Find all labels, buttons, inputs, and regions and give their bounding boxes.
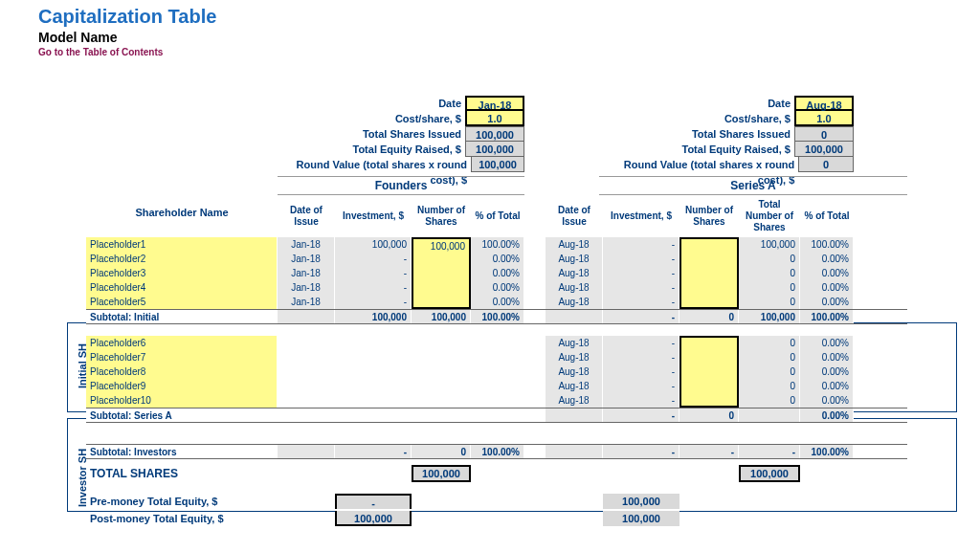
cell-shares[interactable]	[412, 266, 471, 280]
cell-date: Aug-18	[546, 393, 603, 408]
shareholder-name[interactable]: Placeholder10	[86, 393, 278, 408]
shareholder-name[interactable]: Placeholder6	[86, 336, 278, 350]
table-row: Placeholder1Jan-18100,000100,000100.00%A…	[86, 237, 907, 252]
label-tsi-a: Total Shares Issued	[692, 126, 794, 142]
sub-init-pct-f: 100.00%	[471, 310, 524, 323]
hdr-tot-a: Total Number of Shares	[739, 195, 800, 237]
cell-shares[interactable]	[679, 295, 739, 309]
cell-shares[interactable]	[412, 280, 471, 295]
sub-inv-inv-a: -	[603, 445, 679, 458]
model-name: Model Name	[38, 30, 961, 45]
hdr-date-f: Date of Issue	[278, 195, 335, 237]
page-title: Capitalization Table	[38, 6, 961, 28]
cell-shares[interactable]	[679, 350, 739, 364]
sub-init-inv-a: -	[603, 310, 679, 323]
sub-init-num-a: 0	[679, 310, 739, 323]
cell-date: Aug-18	[546, 252, 603, 266]
cell-date: Jan-18	[278, 280, 335, 295]
cell-investment: -	[335, 295, 412, 309]
shareholder-name[interactable]: Placeholder3	[86, 266, 278, 280]
founders-date[interactable]: Jan-18	[465, 96, 524, 111]
cell-shares[interactable]: 100,000	[412, 237, 471, 252]
hdr-shareholder: Shareholder Name	[86, 195, 278, 230]
cell-shares[interactable]	[679, 336, 739, 350]
post-money-f: 100,000	[335, 511, 412, 526]
cell-total-shares: 100,000	[739, 237, 800, 252]
cell-pct: 0.00%	[800, 280, 854, 295]
cell-shares[interactable]	[679, 379, 739, 393]
cell-pct: 0.00%	[800, 393, 854, 408]
shareholder-name[interactable]: Placeholder1	[86, 237, 278, 252]
shareholder-name[interactable]: Placeholder7	[86, 350, 278, 364]
shareholder-name[interactable]: Placeholder9	[86, 379, 278, 393]
cell-pct: 0.00%	[471, 280, 524, 295]
sub-inv-pct-f: 100.00%	[471, 445, 524, 458]
cell-investment: -	[603, 336, 679, 350]
cell-shares[interactable]	[412, 252, 471, 266]
shareholder-name[interactable]: Placeholder4	[86, 280, 278, 295]
cell-total-shares: 0	[739, 350, 800, 364]
pre-money-label: Pre-money Total Equity, $	[86, 494, 278, 509]
cell-date: Jan-18	[278, 252, 335, 266]
seriesa-equity-raised: 100,000	[794, 142, 854, 157]
label-date: Date	[438, 96, 465, 111]
cell-investment: -	[603, 379, 679, 393]
cell-shares[interactable]	[679, 364, 739, 379]
cell-date: Jan-18	[278, 237, 335, 252]
cell-date: Aug-18	[546, 350, 603, 364]
cell-investment: -	[603, 266, 679, 280]
sub-sa-pct: 0.00%	[800, 408, 854, 422]
cell-shares[interactable]	[412, 295, 471, 309]
cell-investment: -	[335, 280, 412, 295]
sub-inv-num-f: 0	[412, 445, 471, 458]
cell-pct: 0.00%	[471, 295, 524, 309]
cell-total-shares: 0	[739, 336, 800, 350]
subtotal-seriesa-label: Subtotal: Series A	[86, 408, 278, 422]
cell-shares[interactable]	[679, 393, 739, 408]
cell-investment: 100,000	[335, 237, 412, 252]
shareholder-name[interactable]: Placeholder2	[86, 252, 278, 266]
cell-total-shares: 0	[739, 379, 800, 393]
label-cost-a: Cost/share, $	[724, 111, 794, 126]
cell-date: Jan-18	[278, 295, 335, 309]
sub-sa-num: 0	[679, 408, 739, 422]
hdr-inv-f: Investment, $	[335, 195, 412, 237]
cell-date: Aug-18	[546, 237, 603, 252]
table-row: Placeholder7Aug-18-00.00%	[86, 350, 907, 364]
cell-pct: 0.00%	[800, 266, 854, 280]
cell-investment: -	[603, 237, 679, 252]
cell-total-shares: 0	[739, 295, 800, 309]
hdr-num-f: Number of Shares	[412, 195, 471, 237]
seriesa-shares-issued: 0	[794, 126, 854, 142]
cell-date: Aug-18	[546, 266, 603, 280]
founders-cost[interactable]: 1.0	[465, 111, 524, 126]
cell-date: Aug-18	[546, 364, 603, 379]
shareholder-name[interactable]: Placeholder8	[86, 364, 278, 379]
cell-pct: 0.00%	[800, 379, 854, 393]
subtotal-investors-label: Subtotal: Investors	[86, 445, 278, 458]
founders-shares-issued: 100,000	[465, 126, 524, 142]
cell-pct: 0.00%	[800, 336, 854, 350]
seriesa-date[interactable]: Aug-18	[794, 96, 854, 111]
toc-link[interactable]: Go to the Table of Contents	[38, 47, 961, 57]
founders-equity-raised: 100,000	[465, 142, 524, 157]
seriesa-cost[interactable]: 1.0	[794, 111, 854, 126]
cell-total-shares: 0	[739, 280, 800, 295]
round-founders: Founders	[278, 176, 524, 195]
cell-shares[interactable]	[679, 252, 739, 266]
cell-pct: 0.00%	[800, 364, 854, 379]
total-shares-label: TOTAL SHARES	[86, 467, 278, 480]
label-date-a: Date	[768, 96, 794, 111]
cell-investment: -	[603, 252, 679, 266]
sub-inv-pct-a: 100.00%	[800, 445, 854, 458]
cell-shares[interactable]	[679, 280, 739, 295]
table-row: Placeholder4Jan-18-0.00%Aug-18-00.00%	[86, 280, 907, 295]
sub-init-num-f: 100,000	[412, 310, 471, 323]
shareholder-name[interactable]: Placeholder5	[86, 295, 278, 309]
cell-shares[interactable]	[679, 237, 739, 252]
cell-pct: 100.00%	[471, 237, 524, 252]
label-rv: Round Value (total shares x round cost),…	[278, 157, 471, 172]
cell-shares[interactable]	[679, 266, 739, 280]
cell-investment: -	[603, 295, 679, 309]
sub-sa-inv: -	[603, 408, 679, 422]
